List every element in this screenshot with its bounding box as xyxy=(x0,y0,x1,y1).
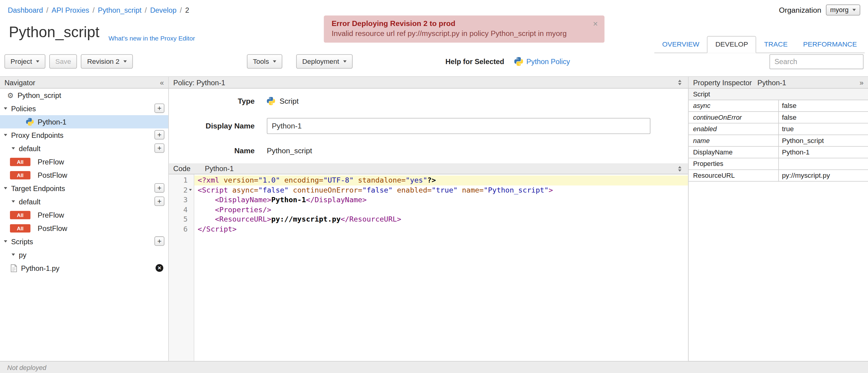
code-line[interactable]: <Script async="false" continueOnError="f… xyxy=(194,185,688,195)
chevron-down-icon xyxy=(273,60,276,63)
flow-label: PreFlow xyxy=(38,157,64,166)
nav-item-target-postflow[interactable]: All PostFlow xyxy=(0,222,168,235)
navigator-tree: ⚙ Python_script Policies + Python-1 xyxy=(0,89,168,361)
expander-icon[interactable] xyxy=(4,187,7,189)
organization-select[interactable]: myorg xyxy=(826,4,860,16)
delete-script-icon[interactable]: ✕ xyxy=(156,264,163,272)
revision-menu-button[interactable]: Revision 2 xyxy=(81,54,133,69)
add-flow-button[interactable]: + xyxy=(154,143,164,153)
help-for-selected-label: Help for Selected xyxy=(445,57,504,66)
nav-item-policy-python-1[interactable]: Python-1 xyxy=(0,115,168,128)
expander-icon[interactable] xyxy=(11,254,15,256)
nav-group-py[interactable]: py xyxy=(0,248,168,261)
add-flow-button[interactable]: + xyxy=(154,196,164,206)
save-button[interactable]: Save xyxy=(49,54,77,69)
add-script-button[interactable]: + xyxy=(154,237,164,246)
code-line[interactable]: </Script> xyxy=(194,224,688,234)
nav-item-proxy-preflow[interactable]: All PreFlow xyxy=(0,155,168,168)
python-icon xyxy=(514,57,523,66)
property-key: async xyxy=(689,100,779,112)
close-icon[interactable]: × xyxy=(593,19,598,28)
breadcrumb-revision: 2 xyxy=(185,6,189,14)
app-window: Dashboard / API Proxies / Python_script … xyxy=(0,0,868,373)
code-gutter: 123456 xyxy=(169,175,194,361)
policy-editor-panel: Policy: Python-1 Type Script Display Na xyxy=(169,77,688,361)
add-policy-button[interactable]: + xyxy=(154,104,164,113)
property-value[interactable] xyxy=(778,158,868,169)
tab-trace[interactable]: TRACE xyxy=(756,37,796,53)
inspector-row[interactable]: DisplayNamePython-1 xyxy=(689,146,868,158)
code-lines[interactable]: <?xml version="1.0" encoding="UTF-8" sta… xyxy=(194,175,688,361)
nav-item-script-file[interactable]: Python-1.py ✕ xyxy=(0,261,168,275)
nav-section-target-endpoints[interactable]: Target Endpoints + xyxy=(0,182,168,195)
save-label: Save xyxy=(55,57,71,65)
inspector-row[interactable]: continueOnErrorfalse xyxy=(689,112,868,123)
tab-performance[interactable]: PERFORMANCE xyxy=(796,37,865,53)
expander-icon[interactable] xyxy=(4,134,7,136)
code-line[interactable]: <Properties/> xyxy=(194,205,688,214)
navigator-title: Navigator xyxy=(4,78,35,87)
name-value: Python_script xyxy=(267,147,312,155)
flow-label: PostFlow xyxy=(38,224,67,232)
collapse-left-panel-icon[interactable]: « xyxy=(160,79,164,86)
error-banner-title: Error Deploying Revision 2 to prod xyxy=(332,19,585,28)
property-value[interactable]: true xyxy=(778,123,868,135)
inspector-row[interactable]: namePython_script xyxy=(689,135,868,146)
organization-label: Organization xyxy=(779,6,821,14)
flow-condition-badge: All xyxy=(10,171,31,179)
nav-section-policies[interactable]: Policies + xyxy=(0,102,168,115)
whats-new-link[interactable]: What's new in the Proxy Editor xyxy=(108,35,195,41)
code-fold-icon[interactable] xyxy=(189,189,191,191)
property-value[interactable]: false xyxy=(778,112,868,123)
display-name-input[interactable] xyxy=(267,118,650,134)
code-line[interactable]: <ResourceURL>py://myscript.py</ResourceU… xyxy=(194,214,688,224)
breadcrumb-dashboard[interactable]: Dashboard xyxy=(8,6,43,14)
expander-icon[interactable] xyxy=(11,200,15,203)
property-value[interactable]: Python-1 xyxy=(778,146,868,158)
project-menu-button[interactable]: Project xyxy=(4,54,45,69)
status-bar: Not deployed xyxy=(0,361,868,373)
name-label: Name xyxy=(169,147,255,155)
nav-group-label: py xyxy=(19,251,26,259)
inspector-row[interactable]: ResourceURLpy://myscript.py xyxy=(689,169,868,181)
nav-section-scripts[interactable]: Scripts + xyxy=(0,235,168,248)
nav-section-proxy-endpoints[interactable]: Proxy Endpoints + xyxy=(0,128,168,142)
inspector-row[interactable]: Properties xyxy=(689,158,868,169)
breadcrumb-develop[interactable]: Develop xyxy=(150,6,177,14)
nav-item-target-preflow[interactable]: All PreFlow xyxy=(0,208,168,222)
deployment-menu-button[interactable]: Deployment xyxy=(296,54,352,69)
inspector-row[interactable]: asyncfalse xyxy=(689,100,868,112)
nav-item-proxy-postflow[interactable]: All PostFlow xyxy=(0,168,168,182)
revision-label: Revision 2 xyxy=(87,57,119,65)
collapse-panel-icon[interactable] xyxy=(678,166,682,172)
search-input[interactable] xyxy=(770,54,864,69)
breadcrumb-api-proxies[interactable]: API Proxies xyxy=(52,6,89,14)
nav-group-target-default[interactable]: default + xyxy=(0,195,168,208)
collapse-panel-icon[interactable] xyxy=(678,80,682,85)
property-key: enabled xyxy=(689,123,779,135)
expander-icon[interactable] xyxy=(4,240,7,242)
breadcrumb-proxy-name[interactable]: Python_script xyxy=(98,6,142,14)
breadcrumb-separator: / xyxy=(46,6,49,14)
add-proxy-endpoint-button[interactable]: + xyxy=(154,130,164,139)
inspector-title: Property Inspector xyxy=(693,78,752,87)
code-line[interactable]: <DisplayName>Python-1</DisplayName> xyxy=(194,195,688,205)
nav-group-proxy-default[interactable]: default + xyxy=(0,142,168,155)
tab-develop[interactable]: DEVELOP xyxy=(707,36,756,53)
property-value[interactable]: false xyxy=(778,100,868,112)
inspector-row[interactable]: enabledtrue xyxy=(689,123,868,135)
code-line[interactable]: <?xml version="1.0" encoding="UTF-8" sta… xyxy=(194,176,688,185)
tab-overview[interactable]: OVERVIEW xyxy=(654,37,707,53)
display-name-row: Display Name xyxy=(169,113,688,138)
python-policy-help-link[interactable]: Python Policy xyxy=(526,57,570,66)
code-editor[interactable]: 123456 <?xml version="1.0" encoding="UTF… xyxy=(169,175,688,361)
expander-icon[interactable] xyxy=(11,147,15,149)
tools-menu-button[interactable]: Tools xyxy=(247,54,282,69)
property-value[interactable]: Python_script xyxy=(778,135,868,146)
add-target-endpoint-button[interactable]: + xyxy=(154,183,164,192)
inspector-section-label: Script xyxy=(689,89,868,100)
collapse-right-panel-icon[interactable]: » xyxy=(860,79,864,86)
nav-item-proxy-root[interactable]: ⚙ Python_script xyxy=(0,89,168,102)
property-value[interactable]: py://myscript.py xyxy=(778,169,868,181)
expander-icon[interactable] xyxy=(4,107,7,110)
